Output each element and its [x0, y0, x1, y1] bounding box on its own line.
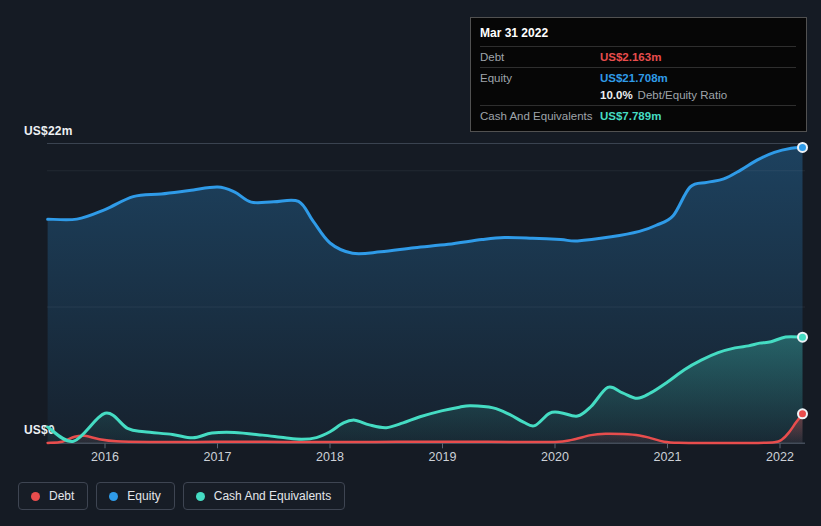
legend-debt-label: Debt — [49, 489, 74, 503]
tooltip-row-equity: Equity US$21.708m — [480, 67, 796, 88]
tooltip-ratio-value: 10.0% — [600, 89, 633, 101]
legend-cash-label: Cash And Equivalents — [214, 489, 331, 503]
chart-tooltip: Mar 31 2022 Debt US$2.163m Equity US$21.… — [470, 17, 807, 132]
legend-item-cash[interactable]: Cash And Equivalents — [183, 482, 345, 510]
tooltip-cash-label: Cash And Equivalents — [480, 110, 600, 122]
chart-legend: Debt Equity Cash And Equivalents — [18, 482, 345, 510]
x-axis-label-2017: 2017 — [204, 450, 232, 464]
tooltip-ratio-label: Debt/Equity Ratio — [638, 89, 728, 101]
tooltip-equity-value: US$21.708m — [600, 72, 668, 84]
legend-item-debt[interactable]: Debt — [18, 482, 88, 510]
tooltip-row-debt: Debt US$2.163m — [480, 46, 796, 67]
x-axis-label-2018: 2018 — [316, 450, 344, 464]
cash-end-dot[interactable] — [798, 333, 807, 342]
legend-item-equity[interactable]: Equity — [96, 482, 174, 510]
x-axis-label-2020: 2020 — [541, 450, 569, 464]
equity-color-dot-icon — [109, 492, 118, 501]
debt-equity-history-panel: US$22m US$0 2016201720182019202020212022… — [0, 0, 821, 526]
debt-color-dot-icon — [31, 492, 40, 501]
tooltip-debt-label: Debt — [480, 51, 600, 63]
x-axis-label-2022: 2022 — [766, 450, 794, 464]
x-axis-label-2016: 2016 — [91, 450, 119, 464]
tooltip-date: Mar 31 2022 — [480, 22, 796, 46]
equity-end-dot[interactable] — [798, 143, 807, 152]
legend-equity-label: Equity — [127, 489, 160, 503]
x-axis-label-2021: 2021 — [654, 450, 682, 464]
tooltip-row-cash: Cash And Equivalents US$7.789m — [480, 105, 796, 126]
cash-color-dot-icon — [196, 492, 205, 501]
tooltip-ratio-row: 10.0% Debt/Equity Ratio — [480, 88, 796, 105]
debt-end-dot[interactable] — [798, 409, 807, 418]
tooltip-equity-label: Equity — [480, 72, 600, 84]
x-axis-label-2019: 2019 — [429, 450, 457, 464]
tooltip-debt-value: US$2.163m — [600, 51, 661, 63]
tooltip-cash-value: US$7.789m — [600, 110, 661, 122]
